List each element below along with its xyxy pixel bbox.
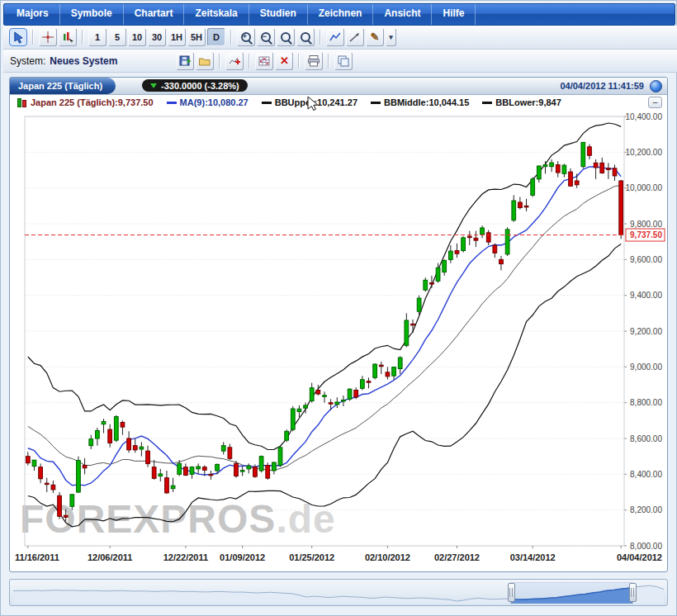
menubar: Majors Symbole Chartart Zeitskala Studie… bbox=[3, 3, 675, 26]
collapse-legend-button[interactable]: – bbox=[648, 97, 662, 108]
chart-datetime: 04/04/2012 11:41:59 bbox=[560, 81, 644, 91]
menu-studien[interactable]: Studien bbox=[249, 4, 308, 25]
trading-app-window: Majors Symbole Chartart Zeitskala Studie… bbox=[0, 0, 677, 616]
navigator-window[interactable] bbox=[511, 582, 632, 604]
legend-bar: Japan 225 (Täglich):9,737.50 MA(9):10,08… bbox=[10, 95, 667, 110]
bb-line-icon bbox=[262, 102, 272, 104]
candlestick-icon bbox=[17, 97, 27, 108]
separator bbox=[82, 30, 83, 45]
x-axis-label: 03/14/2012 bbox=[510, 552, 556, 562]
crosshair-tool-button[interactable] bbox=[39, 28, 57, 46]
data-window-button[interactable] bbox=[59, 28, 77, 46]
bb-line-icon bbox=[482, 102, 492, 104]
y-axis-label: 10,000.00 bbox=[626, 183, 663, 192]
timeframe-10-button[interactable]: 10 bbox=[128, 28, 146, 46]
timeframe-daily-button[interactable]: D bbox=[207, 28, 225, 46]
y-axis-label: 9,400.00 bbox=[630, 291, 662, 300]
y-axis-label: 8,600.00 bbox=[630, 434, 662, 443]
pencil-icon: ✎ bbox=[371, 31, 380, 43]
x-axis-label: 04/04/2012 bbox=[617, 552, 662, 562]
strategy-grid-button[interactable] bbox=[255, 52, 273, 70]
draw-tool-button[interactable]: ✎ bbox=[366, 28, 384, 46]
chart-toolbar: 1 5 10 30 1H 5H D + − ✎ ▾ bbox=[3, 26, 677, 50]
separator bbox=[320, 30, 321, 45]
duplicate-chart-button[interactable] bbox=[334, 52, 353, 70]
cursor-icon bbox=[12, 31, 25, 44]
x-axis-label: 01/09/2012 bbox=[220, 552, 265, 562]
zoom-out-button[interactable]: − bbox=[257, 28, 275, 46]
timeframe-30-button[interactable]: 30 bbox=[148, 28, 166, 46]
save-system-button[interactable] bbox=[176, 52, 194, 70]
ma-line-icon bbox=[167, 102, 177, 104]
draw-tool-dropdown-button[interactable]: ▾ bbox=[386, 28, 396, 46]
navigator-track[interactable] bbox=[13, 582, 664, 604]
change-badge: -330.0000 (-3.28%) bbox=[142, 79, 248, 92]
magnifier-area-icon bbox=[300, 31, 312, 44]
menu-ansicht[interactable]: Ansicht bbox=[373, 4, 432, 25]
down-arrow-icon bbox=[150, 83, 157, 88]
zoom-in-button[interactable]: + bbox=[237, 28, 255, 46]
menu-hilfe[interactable]: Hilfe bbox=[432, 4, 476, 25]
bb-line-icon bbox=[371, 102, 381, 104]
add-indicator-button[interactable] bbox=[225, 52, 244, 70]
magnifier-icon bbox=[280, 31, 292, 44]
zoom-area-button[interactable] bbox=[296, 28, 315, 46]
candles bbox=[26, 142, 623, 521]
separator bbox=[32, 30, 34, 45]
y-axis-label: 9,000.00 bbox=[630, 362, 662, 372]
x-axis-label: 01/25/2012 bbox=[289, 552, 334, 562]
navigator bbox=[9, 579, 668, 606]
timeframe-1-button[interactable]: 1 bbox=[88, 28, 107, 46]
menu-majors[interactable]: Majors bbox=[6, 4, 60, 25]
legend-bblower[interactable]: BBLower:9,847 bbox=[482, 97, 561, 107]
menu-symbole[interactable]: Symbole bbox=[60, 4, 124, 25]
delete-system-button[interactable]: ✕ bbox=[275, 52, 293, 70]
menu-zeitskala[interactable]: Zeitskala bbox=[184, 4, 249, 25]
y-axis-label: 9,800.00 bbox=[630, 220, 662, 229]
timeframe-5-button[interactable]: 5 bbox=[108, 28, 126, 46]
add-indicator-icon bbox=[228, 54, 241, 68]
navigator-left-handle[interactable] bbox=[508, 583, 515, 602]
trend-arrow-icon bbox=[348, 31, 362, 44]
copy-window-icon bbox=[337, 54, 350, 68]
zoom-reset-button[interactable] bbox=[277, 28, 295, 46]
y-axis-label: 8,000.00 bbox=[630, 542, 662, 551]
print-button[interactable] bbox=[305, 52, 323, 70]
zoom-in-icon: + bbox=[240, 31, 253, 44]
system-toolbar: System: Neues System ✕ bbox=[3, 50, 677, 73]
chart-header: Japan 225 (Täglich) -330.0000 (-3.28%) 0… bbox=[10, 78, 667, 95]
y-axis-label: 10,200.00 bbox=[626, 148, 663, 157]
separator bbox=[298, 54, 300, 69]
timeframe-5h-button[interactable]: 5H bbox=[187, 28, 206, 46]
bb-lower-line bbox=[28, 244, 621, 527]
chart-plot-area[interactable]: 8,000.008,200.008,400.008,600.008,800.00… bbox=[12, 110, 665, 569]
symbol-tab[interactable]: Japan 225 (Täglich) bbox=[10, 78, 116, 94]
y-axis-label: 10,400.00 bbox=[626, 112, 663, 121]
status-orb-icon[interactable] bbox=[650, 80, 662, 92]
legend-ma[interactable]: MA(9):10,080.27 bbox=[167, 97, 249, 107]
y-axis-label: 8,200.00 bbox=[630, 505, 662, 514]
system-name: Neues System bbox=[50, 55, 117, 67]
menu-chartart[interactable]: Chartart bbox=[124, 4, 185, 25]
timeframe-1h-button[interactable]: 1H bbox=[168, 28, 186, 46]
menu-zeichnen[interactable]: Zeichnen bbox=[308, 4, 374, 25]
x-axis-label: 11/16/2011 bbox=[15, 552, 59, 562]
pointer-bars-icon bbox=[61, 31, 74, 44]
trend-line-button[interactable] bbox=[346, 28, 364, 46]
y-axis-label: 9,600.00 bbox=[630, 255, 662, 264]
separator bbox=[219, 54, 220, 69]
cursor-tool-button[interactable] bbox=[9, 28, 27, 46]
navigator-right-handle[interactable] bbox=[629, 583, 637, 602]
delete-x-icon: ✕ bbox=[280, 55, 289, 66]
load-system-button[interactable] bbox=[196, 52, 214, 70]
zigzag-line-icon bbox=[329, 31, 342, 44]
crosshair-icon bbox=[41, 31, 54, 44]
folder-icon bbox=[198, 54, 211, 68]
save-disk-icon bbox=[178, 54, 192, 68]
x-axis-label: 02/10/2012 bbox=[365, 552, 410, 562]
legend-bbmiddle[interactable]: BBMiddle:10,044.15 bbox=[371, 97, 469, 107]
plot-area-wrapper: FOREXPROS.de 8,000.008,200.008,400.008,6… bbox=[12, 110, 665, 569]
svg-text:9,737.50: 9,737.50 bbox=[630, 230, 662, 239]
line-study-button[interactable] bbox=[326, 28, 344, 46]
legend-symbol[interactable]: Japan 225 (Täglich):9,737.50 bbox=[17, 97, 154, 108]
